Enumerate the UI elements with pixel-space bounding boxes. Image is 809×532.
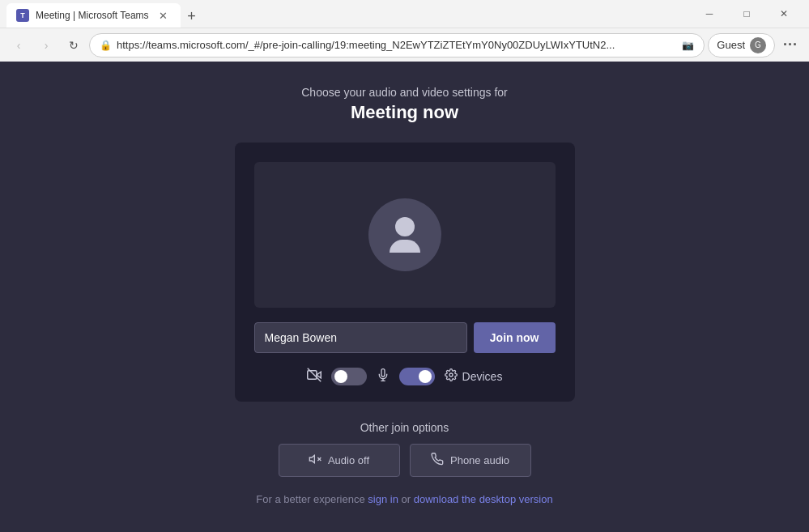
profile-avatar: G xyxy=(750,37,766,53)
audio-toggle-thumb xyxy=(419,370,432,383)
devices-button[interactable]: Devices xyxy=(445,368,503,385)
option-buttons: Audio off Phone audio xyxy=(279,444,531,477)
tab-area: T Meeting | Microsoft Teams ✕ + xyxy=(6,0,691,28)
lock-icon: 🔒 xyxy=(100,40,112,51)
sign-in-link[interactable]: sign in xyxy=(368,493,398,505)
forward-button[interactable]: › xyxy=(34,33,58,57)
phone-audio-button[interactable]: Phone audio xyxy=(410,444,531,477)
devices-label: Devices xyxy=(462,370,503,383)
video-preview xyxy=(254,162,556,308)
back-button[interactable]: ‹ xyxy=(6,33,31,57)
controls-row: Devices xyxy=(307,368,503,385)
video-toggle[interactable] xyxy=(331,368,367,385)
title-bar: T Meeting | Microsoft Teams ✕ + ─ □ ✕ xyxy=(0,0,809,28)
gear-icon xyxy=(445,368,458,385)
page-subtitle: Choose your audio and video settings for xyxy=(301,86,508,99)
microphone-icon xyxy=(377,368,390,385)
tab-title: Meeting | Microsoft Teams xyxy=(36,10,149,21)
browser-chrome: T Meeting | Microsoft Teams ✕ + ─ □ ✕ ‹ … xyxy=(0,0,809,62)
profile-label: Guest xyxy=(717,39,745,51)
camera-url-icon: 📷 xyxy=(682,40,694,51)
close-button[interactable]: ✕ xyxy=(765,0,803,28)
refresh-button[interactable]: ↻ xyxy=(62,33,86,57)
url-text: https://teams.microsoft.com/_#/pre-join-… xyxy=(117,39,677,51)
user-avatar xyxy=(368,198,441,271)
svg-marker-5 xyxy=(309,455,314,462)
other-options-title: Other join options xyxy=(360,421,449,434)
person-body xyxy=(390,240,420,253)
audio-off-button[interactable]: Audio off xyxy=(279,444,400,477)
person-head xyxy=(395,217,415,236)
maximize-button[interactable]: □ xyxy=(728,0,765,28)
audio-off-icon xyxy=(309,453,321,468)
window-controls: ─ □ ✕ xyxy=(691,0,803,28)
join-now-button[interactable]: Join now xyxy=(474,322,556,353)
audio-toggle[interactable] xyxy=(399,368,435,385)
svg-point-4 xyxy=(449,373,453,377)
new-tab-button[interactable]: + xyxy=(181,5,203,28)
teams-favicon: T xyxy=(16,9,29,22)
tab-close-button[interactable]: ✕ xyxy=(155,8,171,23)
camera-off-icon xyxy=(307,368,321,385)
address-bar: ‹ › ↻ 🔒 https://teams.microsoft.com/_#/p… xyxy=(0,28,809,62)
phone-audio-label: Phone audio xyxy=(450,454,509,466)
download-link[interactable]: download the desktop version xyxy=(414,493,553,505)
profile-button[interactable]: Guest G xyxy=(708,33,775,57)
more-options-button[interactable]: ··· xyxy=(778,33,803,57)
video-toggle-thumb xyxy=(334,370,347,383)
person-icon xyxy=(390,217,420,253)
page-title: Meeting now xyxy=(351,102,458,123)
join-row: Join now xyxy=(254,322,556,353)
name-input[interactable] xyxy=(254,322,467,353)
active-tab[interactable]: T Meeting | Microsoft Teams ✕ xyxy=(6,3,181,28)
phone-icon xyxy=(431,453,444,468)
video-card: Join now xyxy=(235,143,575,402)
footer-text: For a better experience sign in or downl… xyxy=(256,493,552,505)
page-content: Choose your audio and video settings for… xyxy=(0,62,809,532)
audio-off-label: Audio off xyxy=(328,454,369,466)
minimize-button[interactable]: ─ xyxy=(691,0,728,28)
url-bar[interactable]: 🔒 https://teams.microsoft.com/_#/pre-joi… xyxy=(89,33,705,57)
